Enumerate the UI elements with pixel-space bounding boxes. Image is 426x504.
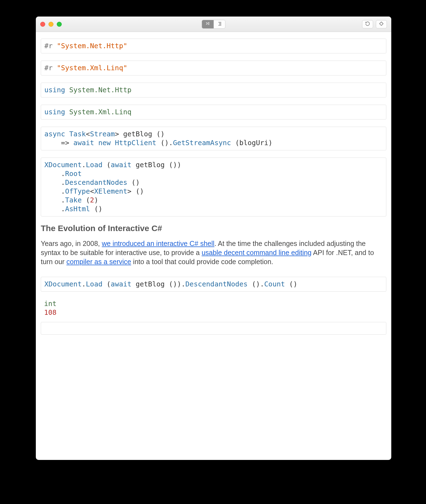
code-token: ()).: [169, 280, 185, 288]
code-mode-icon: [205, 21, 210, 27]
code-token: .: [82, 161, 86, 169]
code-token: System.Net.Http: [69, 86, 131, 94]
code-token: "System.Net.Http": [57, 42, 127, 50]
code-token: (): [94, 205, 103, 213]
code-token: (: [86, 196, 90, 204]
svg-point-7: [380, 22, 383, 25]
code-token: new: [98, 139, 115, 147]
code-token: (): [289, 280, 297, 288]
target-button[interactable]: [376, 20, 387, 28]
code-token: .: [44, 178, 65, 186]
code-token: Count: [264, 280, 289, 288]
code-token: AsHtml: [65, 205, 94, 213]
code-token: Root: [65, 170, 82, 178]
target-icon: [379, 21, 384, 27]
app-window: #r "System.Net.Http" #r "System.Xml.Linq…: [36, 17, 391, 460]
code-token: ().: [160, 139, 173, 147]
code-cell[interactable]: XDocument.Load (await getBlog ()).Descen…: [41, 277, 386, 292]
result-value: 108: [44, 308, 383, 317]
code-token: (): [156, 130, 165, 138]
code-token: "System.Xml.Linq": [57, 64, 127, 72]
output-link[interactable]: usable decent command line editing: [202, 249, 312, 256]
window-controls: [40, 22, 62, 27]
close-button[interactable]: [40, 22, 45, 27]
code-token: await: [111, 280, 136, 288]
code-mode-button[interactable]: [202, 20, 214, 28]
code-token: OfType: [65, 187, 90, 195]
code-token: XDocument: [44, 161, 82, 169]
output-text: into a tool that could provide code comp…: [131, 258, 273, 265]
code-cell[interactable]: #r "System.Net.Http": [41, 39, 386, 53]
code-token: getBlog: [136, 161, 169, 169]
outline-mode-button[interactable]: [214, 20, 225, 28]
code-token: HttpClient: [115, 139, 161, 147]
code-token: XDocument: [44, 280, 82, 288]
code-token: ()): [169, 161, 181, 169]
titlebar: [36, 17, 391, 32]
notebook-content[interactable]: #r "System.Net.Http" #r "System.Xml.Linq…: [36, 32, 391, 460]
result-output: int 108: [41, 299, 386, 322]
code-token: blogUri: [239, 139, 268, 147]
output-link[interactable]: compiler as a service: [66, 258, 131, 265]
code-cell[interactable]: #r "System.Xml.Linq": [41, 61, 386, 75]
code-token: GetStreamAsync: [173, 139, 235, 147]
code-token: 2: [90, 196, 94, 204]
code-token: <: [90, 187, 94, 195]
html-output: The Evolution of Interactive C# Years ag…: [41, 224, 386, 266]
code-token: =>: [44, 139, 73, 147]
code-token: <: [86, 130, 90, 138]
zoom-button[interactable]: [57, 22, 62, 27]
code-token: DescendantNodes: [185, 280, 252, 288]
output-text: Years ago, in 2008,: [41, 240, 102, 247]
toolbar-right: [362, 20, 387, 28]
code-token: .: [44, 170, 65, 178]
code-token: (: [107, 280, 111, 288]
code-cell[interactable]: using System.Net.Http: [41, 83, 386, 97]
code-token: #r: [44, 42, 57, 50]
code-token: Stream: [90, 130, 115, 138]
empty-code-cell[interactable]: [41, 322, 386, 335]
code-cell[interactable]: async Task<Stream> getBlog () => await n…: [41, 127, 386, 150]
code-token: >: [115, 130, 123, 138]
code-token: Load: [86, 161, 107, 169]
code-token: DescendantNodes: [65, 178, 131, 186]
code-token: ().: [252, 280, 264, 288]
code-token: ): [94, 196, 98, 204]
code-token: System.Xml.Linq: [69, 108, 131, 116]
code-token: .: [44, 205, 65, 213]
code-token: #r: [44, 64, 57, 72]
code-token: .: [44, 187, 65, 195]
code-token: (: [107, 161, 111, 169]
reload-icon: [365, 21, 370, 27]
output-heading: The Evolution of Interactive C#: [41, 224, 386, 233]
code-token: using: [44, 86, 69, 94]
code-token: .: [82, 280, 86, 288]
code-token: > (): [127, 187, 144, 195]
reload-button[interactable]: [362, 20, 373, 28]
code-token: await: [73, 139, 98, 147]
code-token: XElement: [94, 187, 127, 195]
code-cell[interactable]: XDocument.Load (await getBlog ()) .Root …: [41, 158, 386, 216]
minimize-button[interactable]: [48, 22, 53, 27]
code-token: async: [44, 130, 69, 138]
code-token: Task: [69, 130, 86, 138]
code-token: getBlog: [136, 280, 169, 288]
outline-mode-icon: [217, 21, 222, 27]
output-paragraph: Years ago, in 2008, we introduced an int…: [41, 239, 386, 266]
code-token: (): [131, 178, 140, 186]
code-token: using: [44, 108, 69, 116]
code-token: await: [111, 161, 136, 169]
code-token: Take: [65, 196, 86, 204]
result-type: int: [44, 299, 383, 308]
code-token: ): [268, 139, 273, 147]
code-cell[interactable]: using System.Xml.Linq: [41, 105, 386, 120]
view-mode-segmented: [202, 20, 225, 29]
code-token: (: [235, 139, 239, 147]
code-token: getBlog: [123, 130, 156, 138]
code-token: Load: [86, 280, 107, 288]
code-token: .: [44, 196, 65, 204]
output-link[interactable]: we introduced an interactive C# shell: [102, 240, 214, 247]
